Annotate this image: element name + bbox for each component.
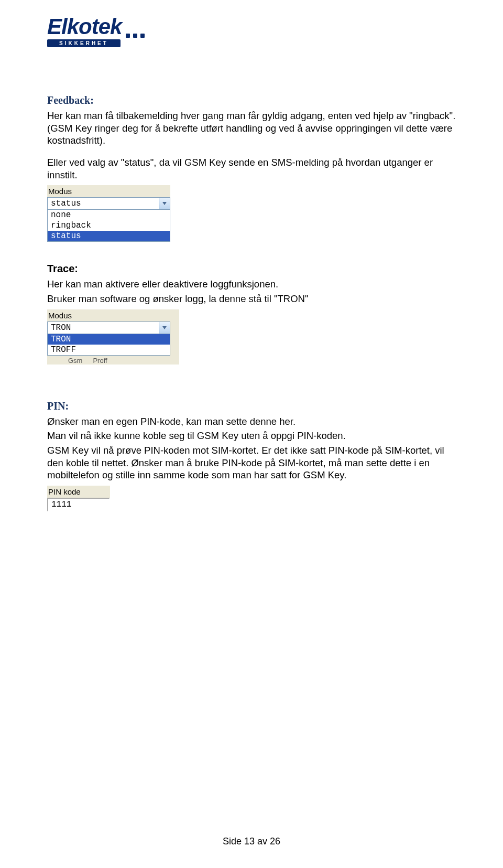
pin-heading: PIN:: [47, 400, 456, 412]
chevron-down-icon[interactable]: [159, 198, 170, 209]
feedback-paragraph-2: Eller ved valg av "status", da vil GSM K…: [47, 156, 456, 181]
trace-paragraph-1: Her kan man aktivere eller deaktivere lo…: [47, 278, 456, 291]
trace-option-tron[interactable]: TRON: [48, 334, 170, 345]
logo-brand: Elkotek: [47, 16, 122, 38]
page-footer: Side 13 av 26: [0, 836, 503, 847]
pin-paragraph-2: Man vil nå ikke kunne koble seg til GSM …: [47, 430, 456, 442]
pin-paragraph-3: GSM Key vil nå prøve PIN-koden mot SIM-k…: [47, 444, 456, 481]
trace-option-troff[interactable]: TROFF: [48, 345, 170, 355]
pin-widget: PIN kode 1111: [47, 486, 110, 511]
feedback-heading: Feedback:: [47, 94, 456, 106]
feedback-paragraph-1: Her kan man få tilbakemelding hver gang …: [47, 110, 456, 147]
trace-modus-widget: Modus TRON TRON TROFF Gsm Proff: [47, 309, 179, 365]
pin-input[interactable]: 1111: [47, 498, 110, 511]
trace-modus-combo[interactable]: TRON: [47, 322, 170, 334]
trace-paragraph-2: Bruker man software og ønsker logg, la d…: [47, 293, 456, 305]
trace-tab-proff[interactable]: Proff: [93, 357, 107, 365]
trace-modus-value: TRON: [48, 322, 159, 334]
feedback-option-none[interactable]: none: [48, 210, 170, 220]
feedback-modus-value: status: [48, 198, 159, 209]
feedback-modus-combo[interactable]: status: [47, 197, 170, 210]
feedback-modus-label: Modus: [47, 185, 170, 197]
pin-paragraph-1: Ønsker man en egen PIN-kode, kan man set…: [47, 415, 456, 428]
trace-heading: Trace:: [47, 263, 456, 275]
logo: Elkotek SIKKERHET: [47, 16, 456, 47]
trace-tabs: Gsm Proff: [47, 356, 179, 365]
trace-modus-label: Modus: [47, 309, 179, 322]
feedback-option-ringback[interactable]: ringback: [48, 220, 170, 231]
chevron-down-icon[interactable]: [159, 322, 170, 334]
logo-tagline: SIKKERHET: [47, 39, 121, 47]
feedback-modus-widget: Modus status none ringback status: [47, 185, 170, 242]
feedback-option-status[interactable]: status: [48, 231, 170, 241]
pin-label: PIN kode: [47, 486, 110, 498]
feedback-modus-listbox[interactable]: none ringback status: [47, 210, 170, 242]
logo-dots: [126, 34, 145, 38]
trace-tab-gsm[interactable]: Gsm: [68, 357, 82, 365]
trace-modus-listbox[interactable]: TRON TROFF: [47, 334, 170, 356]
